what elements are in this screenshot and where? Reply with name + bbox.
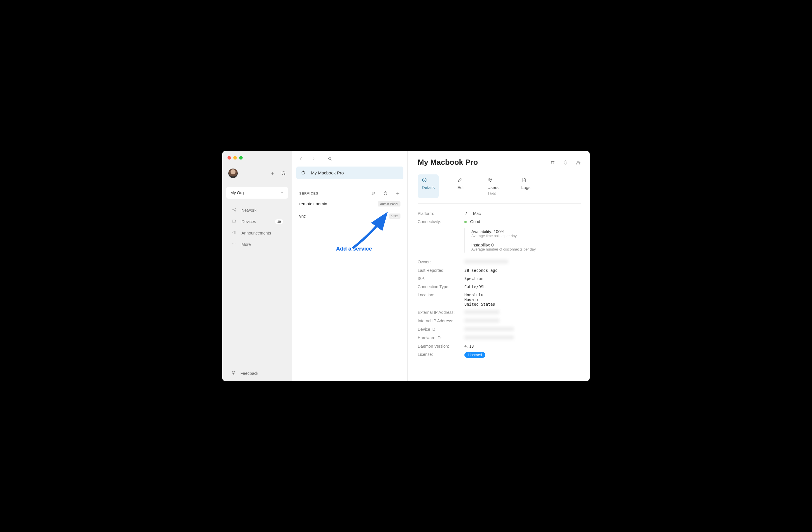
scan-icon[interactable] [383,191,388,196]
apple-icon [301,170,306,176]
conn-type-label: Connection Type: [418,284,464,289]
device-id-label: Device ID: [418,327,464,332]
maximize-window-button[interactable] [239,156,243,160]
mid-toolbar [292,151,407,165]
svg-point-11 [385,193,386,194]
sort-icon[interactable] [371,191,376,196]
int-ip-value [464,318,499,323]
logs-icon [521,177,526,184]
license-label: License: [418,352,464,358]
location-value: Honolulu Hawaii United States [464,292,495,306]
org-label: My Org [230,190,244,195]
nav-list: Network Devices 10 Announcements More [222,203,292,365]
sidebar-item-network[interactable]: Network [224,204,290,216]
add-user-icon[interactable] [576,160,581,165]
more-icon [231,242,237,247]
svg-point-5 [234,244,234,244]
svg-point-4 [232,244,233,244]
forward-button [310,156,317,161]
tab-label: Details [422,185,435,190]
refresh-icon[interactable] [281,171,286,176]
license-value: Licensed [464,352,485,358]
int-ip-label: Internal IP Address: [418,318,464,323]
feedback-icon [231,370,236,376]
hardware-id-value [464,335,514,340]
minimize-window-button[interactable] [233,156,237,160]
device-name: My Macbook Pro [311,170,344,175]
back-button[interactable] [298,156,304,161]
svg-point-9 [329,157,331,160]
service-name: remoteit admin [299,202,327,206]
last-reported-label: Last Reported: [418,268,464,273]
avatar[interactable] [228,168,238,178]
tab-edit[interactable]: Edit [453,174,469,198]
feedback-button[interactable]: Feedback [222,365,292,381]
last-reported-value: 38 seconds ago [464,268,497,273]
tab-users[interactable]: Users 1 total [483,174,503,198]
instability-title: Instability: 0 [471,243,581,247]
device-id-value [464,327,514,332]
ext-ip-label: External IP Address: [418,310,464,315]
svg-point-12 [577,161,579,162]
availability-sub: Average time online per day. [471,234,581,238]
sidebar-item-more[interactable]: More [224,239,290,250]
svg-point-10 [384,192,387,195]
nav-label: Network [242,208,256,213]
service-item[interactable]: remoteit admin Admin Panel [292,198,407,210]
page-title: My Macbook Pro [418,158,478,167]
owner-label: Owner: [418,260,464,264]
connectivity-label: Connectivity: [418,219,464,224]
tab-details[interactable]: Details [418,174,439,198]
tab-label: Logs [521,185,530,190]
platform-value: Mac [464,211,481,216]
services-header: SERVICES [292,181,407,198]
service-item[interactable]: vnc VNC [292,210,407,222]
detail-header: My Macbook Pro [418,158,581,167]
isp-value: Spectrum [464,276,483,281]
tab-logs[interactable]: Logs [517,174,534,198]
availability-title: Availability: 100% [471,229,581,234]
daemon-value: 4.13 [464,344,474,348]
device-panel: My Macbook Pro SERVICES remoteit admin A… [292,151,408,381]
svg-point-6 [235,244,235,244]
users-icon [488,177,493,184]
sidebar-item-announcements[interactable]: Announcements [224,227,290,239]
pencil-icon [457,177,463,184]
service-name: vnc [299,214,306,218]
svg-point-15 [491,179,492,180]
refresh-icon[interactable] [563,160,568,165]
add-service-icon[interactable] [395,191,401,196]
trash-icon[interactable] [550,160,555,165]
platform-label: Platform: [418,211,464,216]
device-chip[interactable]: My Macbook Pro [296,167,403,179]
tab-label: Edit [457,185,465,190]
svg-point-7 [233,373,233,373]
daemon-label: Daemon Version: [418,344,464,348]
sidebar: My Org Network Devices 10 [222,151,292,381]
service-badge: VNC [389,214,401,219]
tab-label: Users [488,185,498,190]
services-heading: SERVICES [299,192,319,195]
org-selector[interactable]: My Org [226,187,288,199]
info-icon [422,177,427,184]
device-count-badge: 10 [275,219,283,224]
app-window: My Org Network Devices 10 [222,151,590,381]
sidebar-item-devices[interactable]: Devices 10 [224,216,290,227]
conn-type-value: Cable/DSL [464,284,485,289]
isp-label: ISP: [418,276,464,281]
connectivity-stats: Availability: 100% Average time online p… [464,228,581,253]
close-window-button[interactable] [228,156,231,160]
location-label: Location: [418,292,464,306]
ext-ip-value [464,310,499,315]
license-badge: Licensed [464,352,485,358]
nav-label: More [242,242,251,247]
chevron-down-icon [280,190,284,195]
annotation-text: Add a service [336,246,372,252]
search-icon[interactable] [327,156,333,161]
hardware-id-label: Hardware ID: [418,335,464,340]
add-icon[interactable] [270,171,275,176]
feedback-label: Feedback [240,371,258,376]
svg-point-3 [233,221,233,222]
service-badge: Admin Panel [378,201,401,206]
nav-label: Announcements [242,231,271,235]
